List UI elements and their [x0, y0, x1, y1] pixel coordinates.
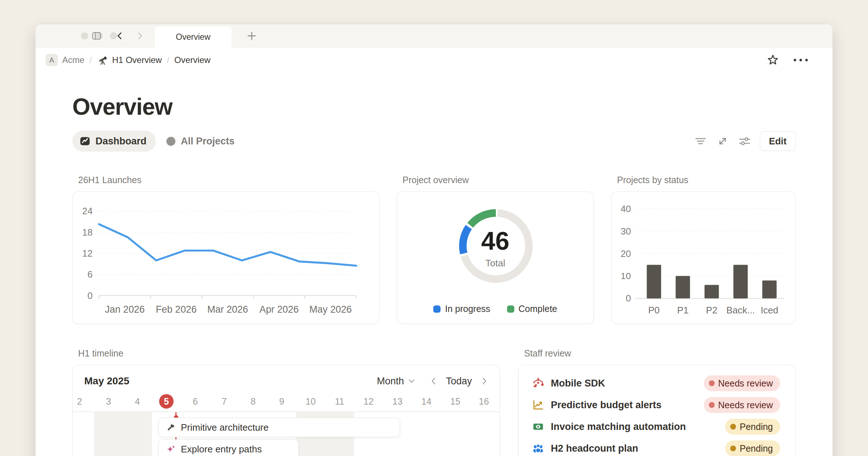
people-icon: [532, 442, 544, 455]
timeline-day-row: 2 3 4 5 6 7 8 9 10 11 12 13 14 15: [73, 391, 499, 412]
app-window: Overview A Acme / H1 Overview / Overview: [35, 24, 833, 456]
breadcrumb-current-page[interactable]: Overview: [174, 55, 210, 65]
staff-row[interactable]: Invoice matching automation Pending: [532, 416, 780, 438]
donut-total-value: 46: [397, 227, 593, 256]
svg-text:0: 0: [626, 293, 631, 303]
telescope-icon: [98, 55, 109, 66]
traffic-light-close[interactable]: [81, 32, 88, 39]
status-badge: Needs review: [704, 375, 780, 391]
breadcrumb-separator: /: [167, 55, 169, 65]
line-chart: 06121824Jan 2026Feb 2026Mar 2026Apr 2026…: [73, 192, 380, 323]
donut-legend: In progress Complete: [397, 304, 593, 314]
legend-label: In progress: [445, 304, 490, 314]
status-label: Pending: [740, 443, 773, 454]
status-label: Needs review: [718, 378, 773, 389]
launches-widget: 26H1 Launches 06121824Jan 2026Feb 2026Ma…: [72, 174, 379, 324]
donut-total-label: Total: [397, 258, 593, 269]
legend-item: Complete: [507, 304, 557, 314]
trend-chart-icon: [532, 399, 544, 411]
top-bar: A Acme / H1 Overview / Overview: [35, 47, 833, 73]
workspace-avatar[interactable]: A: [46, 54, 58, 66]
view-tab-label: All Projects: [181, 136, 235, 147]
staff-item-title: Mobile SDK: [551, 378, 605, 389]
more-options-icon[interactable]: [793, 58, 809, 62]
expand-icon[interactable]: [717, 136, 728, 147]
page-body: Overview Dashboard All Projects: [35, 95, 833, 456]
timeline-day: 11: [325, 394, 354, 409]
tab-label: Overview: [176, 32, 210, 42]
timeline-day: 6: [181, 394, 210, 409]
status-badge: Pending: [725, 419, 780, 435]
breadcrumb-parent-page[interactable]: H1 Overview: [112, 55, 162, 65]
legend-item: In progress: [433, 304, 490, 314]
staff-row[interactable]: H2 headcount plan Pending: [532, 438, 780, 456]
svg-text:Apr 2026: Apr 2026: [259, 304, 299, 315]
status-dot: [730, 446, 736, 451]
widget-label: 26H1 Launches: [78, 174, 379, 185]
timeline-day: 12: [354, 394, 383, 409]
chevron-right-icon[interactable]: [481, 377, 488, 385]
timeline-day-today: 5: [152, 394, 181, 409]
staff-row[interactable]: Mobile SDK Needs review: [532, 372, 780, 394]
edit-button[interactable]: Edit: [760, 131, 796, 151]
svg-text:May 2026: May 2026: [309, 304, 352, 315]
timeline-month-label: May 2025: [84, 375, 129, 387]
status-label: Needs review: [718, 400, 773, 410]
status-badge: Pending: [725, 440, 780, 456]
back-icon[interactable]: [116, 31, 124, 40]
svg-text:P0: P0: [648, 305, 660, 315]
favorite-star-icon[interactable]: [767, 54, 779, 66]
widget-label: Project overview: [403, 174, 594, 185]
svg-text:30: 30: [621, 226, 631, 236]
view-tab-all-projects[interactable]: All Projects: [166, 136, 235, 147]
timeline-view-selector[interactable]: Month: [377, 376, 416, 387]
timeline-day: 8: [239, 394, 268, 409]
svg-text:Back...: Back...: [726, 305, 755, 315]
status-badge: Needs review: [704, 397, 780, 413]
staff-review-widget: Staff review: [518, 348, 796, 456]
svg-text:40: 40: [621, 204, 631, 214]
svg-text:P2: P2: [706, 305, 718, 315]
timeline-event[interactable]: Primitive architecture: [158, 418, 400, 437]
tab-overview[interactable]: Overview: [155, 26, 231, 47]
filter-icon[interactable]: [695, 136, 706, 146]
svg-text:P1: P1: [677, 305, 689, 315]
projects-by-status-bar-card: 010203040P0P1P2Back...Iced: [611, 191, 796, 324]
breadcrumb-workspace[interactable]: Acme: [62, 55, 84, 65]
svg-text:Mar 2026: Mar 2026: [207, 304, 248, 315]
charts-row: 26H1 Launches 06121824Jan 2026Feb 2026Ma…: [72, 174, 796, 324]
staff-review-card: Mobile SDK Needs review: [518, 365, 796, 456]
status-dot: [709, 402, 715, 408]
project-overview-donut-card: 46 Total In progress Complete: [397, 191, 594, 324]
weekend-shade: [94, 412, 152, 456]
svg-text:Iced: Iced: [761, 305, 778, 315]
desktop: { "tab_bar": { "active_tab": "Overview" …: [0, 0, 868, 456]
timeline-card: May 2025 Month Today 2 3: [72, 365, 500, 456]
staff-row[interactable]: Predictive budget alerts Needs review: [532, 394, 780, 416]
view-tab-label: Dashboard: [95, 136, 146, 147]
bar-chart: 010203040P0P1P2Back...Iced: [612, 192, 796, 323]
chevron-left-icon[interactable]: [430, 377, 437, 385]
timeline-day: 15: [441, 394, 470, 409]
forward-icon[interactable]: [135, 31, 144, 40]
timeline-day: 13: [383, 394, 412, 409]
timeline-widget: H1 timeline May 2025 Month Today: [72, 348, 500, 456]
svg-text:Feb 2026: Feb 2026: [156, 304, 197, 315]
view-tab-dashboard[interactable]: Dashboard: [72, 131, 156, 152]
legend-swatch-in-progress: [433, 305, 441, 313]
today-button[interactable]: Today: [446, 376, 472, 387]
timeline-day: 7: [210, 394, 239, 409]
sidebar-toggle-icon[interactable]: [92, 31, 101, 41]
timeline-event[interactable]: Explore entry paths: [158, 439, 299, 456]
new-tab-icon[interactable]: [246, 30, 257, 41]
settings-sliders-icon[interactable]: [739, 136, 750, 147]
status-label: Pending: [740, 422, 773, 432]
timeline-header: May 2025 Month Today: [73, 372, 499, 390]
dashboard-chart-icon: [80, 136, 90, 147]
sparkles-icon: [166, 444, 175, 454]
chevron-down-icon: [408, 377, 416, 385]
page-title: Overview: [72, 95, 796, 118]
money-icon: [532, 421, 544, 433]
circle-icon: [166, 136, 176, 146]
view-controls: Dashboard All Projects Edit: [72, 131, 796, 152]
